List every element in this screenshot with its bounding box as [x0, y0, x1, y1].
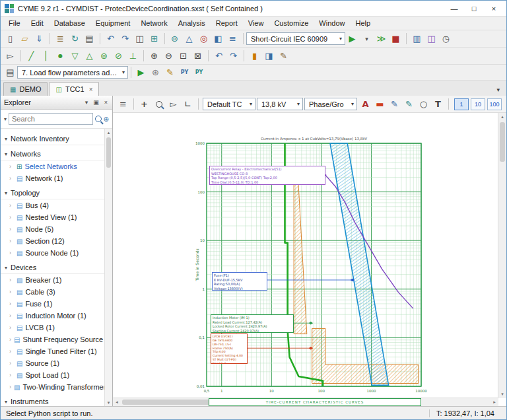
scroll-down-icon[interactable]: ▾ [501, 390, 504, 398]
lvcb-annotation[interactable]: LVCB (LVCB1) GE TEYL4400 LW-750, LS-I Fr… [211, 333, 248, 364]
print-icon[interactable]: ▤ [83, 32, 96, 46]
plot-vertical-scrollbar[interactable]: ▴ ▾ [498, 113, 506, 398]
script-select-combo[interactable]: 7. Load flow parameters adjustmen ▾ [17, 66, 128, 79]
menu-item-analysis[interactable]: Analysis [173, 18, 211, 28]
python-console-icon[interactable]: PY [192, 66, 206, 79]
redo-icon[interactable]: ↷ [118, 32, 132, 46]
run-analysis-icon[interactable]: ▶ [345, 32, 359, 46]
tree-item-cable-3[interactable]: ›▤Cable (3) [1, 286, 105, 298]
tree-item-section-12[interactable]: ›▤Section (12) [1, 235, 105, 247]
script-options-icon[interactable]: ⊛ [149, 66, 162, 79]
locate-icon[interactable]: ◎ [197, 32, 211, 46]
expand-icon[interactable]: › [9, 289, 14, 295]
expand-icon[interactable]: › [9, 163, 14, 170]
expand-icon[interactable]: › [9, 300, 14, 307]
panel-dropdown-icon[interactable]: ▾ [84, 99, 90, 106]
menu-item-report[interactable]: Report [211, 18, 243, 28]
shape-circle-icon[interactable]: ○ [417, 98, 430, 111]
scroll-up-icon[interactable]: ▴ [501, 113, 504, 121]
add-capacitor-icon[interactable]: ⊥ [126, 50, 140, 63]
section-collapse-icon[interactable]: ▾ [5, 151, 7, 157]
clock-icon[interactable]: ◷ [439, 32, 453, 46]
add-source-icon[interactable]: △ [83, 50, 96, 63]
expand-icon[interactable]: › [9, 324, 14, 331]
tab-tcc1[interactable]: ◫TCC1× [49, 82, 99, 96]
expand-icon[interactable]: › [9, 226, 14, 232]
close-button[interactable]: × [484, 2, 504, 15]
tree-item-shunt-frequency-source-1[interactable]: ›▤Shunt Frequency Source (1) [1, 333, 105, 345]
tab-close-icon[interactable]: × [89, 86, 93, 93]
plot-menu-icon[interactable]: ≡ [116, 98, 130, 111]
expand-icon[interactable]: › [9, 214, 14, 221]
font-icon[interactable]: A [358, 98, 372, 111]
tree-item-lvcb-1[interactable]: ›▤LVCB (1) [1, 322, 105, 333]
expand-icon[interactable]: › [9, 336, 11, 343]
python-script-icon[interactable]: PY [178, 66, 191, 79]
combo-arrow-icon[interactable]: ▾ [248, 101, 254, 107]
expand-icon[interactable]: › [9, 360, 14, 367]
tcc-plot-paper[interactable]: 0,511010010001000010001001010,10,01Curre… [113, 113, 498, 398]
tree-item-select-networks[interactable]: ›⊞Select Networks [1, 160, 105, 172]
menu-item-database[interactable]: Database [49, 18, 90, 28]
expand-icon[interactable]: › [9, 372, 14, 378]
zoom-icon[interactable] [152, 98, 166, 111]
add-load-icon[interactable]: ▽ [68, 50, 82, 63]
grid-scale-10-button[interactable]: 10 [471, 98, 485, 110]
tree-section-network-inventory[interactable]: ▾Network Inventory [1, 133, 105, 145]
expand-icon[interactable]: › [9, 348, 14, 355]
script-list-icon[interactable]: ▤ [3, 66, 17, 79]
tree-item-fuse-1[interactable]: ›▤Fuse (1) [1, 298, 105, 310]
expand-icon[interactable]: › [9, 238, 14, 244]
run-script-button[interactable]: ▶ [134, 66, 148, 79]
expand-icon[interactable]: › [9, 175, 14, 182]
axes-icon[interactable]: ∟ [181, 98, 195, 111]
menu-item-edit[interactable]: Edit [26, 18, 49, 28]
menu-item-equipment[interactable]: Equipment [90, 18, 136, 28]
tree-section-topology[interactable]: ▾Topology [1, 187, 105, 199]
section-collapse-icon[interactable]: ▾ [5, 265, 7, 271]
add-switch-icon[interactable]: ⊘ [112, 50, 125, 63]
batch-analysis-icon[interactable]: ≫ [374, 32, 388, 46]
motor-annotation[interactable]: Induction Motor (IM-1) Rated Load Curren… [211, 314, 294, 333]
explorer-scrollbar[interactable]: ▴ ▾ [104, 129, 112, 406]
open-folder-icon[interactable]: ▱ [18, 32, 32, 46]
select-pointer-icon[interactable]: ▻ [3, 50, 17, 63]
stop-analysis-icon[interactable]: ■ [389, 32, 403, 46]
tree-section-networks[interactable]: ▾Networks [1, 148, 105, 160]
maximize-button[interactable]: □ [464, 2, 484, 15]
section-collapse-icon[interactable]: ▾ [5, 190, 7, 196]
tree-section-instruments[interactable]: ▾Instruments [1, 396, 105, 406]
search-icon[interactable] [95, 116, 102, 122]
report-icon[interactable]: ▥ [410, 32, 424, 46]
database-icon[interactable]: ≣ [53, 32, 67, 46]
menu-item-customize[interactable]: Customize [269, 18, 314, 28]
save-icon[interactable]: ⇓ [32, 32, 46, 46]
tab-demo[interactable]: ▦DEMO [3, 82, 48, 96]
pointer-percent-icon[interactable]: ▻ [166, 98, 180, 111]
tree-section-devices[interactable]: ▾Devices [1, 262, 105, 274]
menu-item-view[interactable]: View [243, 18, 269, 28]
undo-icon[interactable]: ↶ [104, 32, 118, 46]
layers-icon[interactable]: ≡ [226, 32, 240, 46]
notes-icon[interactable]: ✎ [277, 50, 290, 63]
pan-icon[interactable]: + [137, 98, 151, 111]
edit-script-icon[interactable]: ✎ [163, 66, 177, 79]
color-coding-icon[interactable]: ▮ [248, 50, 261, 63]
tree-item-single-tuned-filter-1[interactable]: ›▤Single Tuned Filter (1) [1, 345, 105, 357]
tree-item-induction-motor-1[interactable]: ›▤Induction Motor (1) [1, 310, 105, 322]
expand-icon[interactable]: › [9, 250, 14, 256]
grid-scale-100-button[interactable]: 100 [487, 98, 502, 110]
advanced-search-icon[interactable]: ⊕ [104, 116, 109, 123]
chart-icon[interactable]: ◫ [424, 32, 438, 46]
one-line-diagram-icon[interactable]: ⊞ [147, 32, 161, 46]
copy-icon[interactable]: ◫ [133, 32, 147, 46]
expand-icon[interactable]: › [9, 277, 14, 283]
zoom-out-icon[interactable]: ⊖ [162, 50, 176, 63]
tree-item-breaker-1[interactable]: ›▤Breaker (1) [1, 274, 105, 286]
grid-scale-1-button[interactable]: 1 [454, 98, 469, 110]
menu-item-window[interactable]: Window [314, 18, 350, 28]
menu-item-file[interactable]: File [3, 18, 26, 28]
menu-item-help[interactable]: Help [350, 18, 376, 28]
scroll-thumb[interactable] [500, 122, 505, 162]
tcc-phase-combo[interactable]: Phase/Gro ▾ [304, 98, 357, 110]
